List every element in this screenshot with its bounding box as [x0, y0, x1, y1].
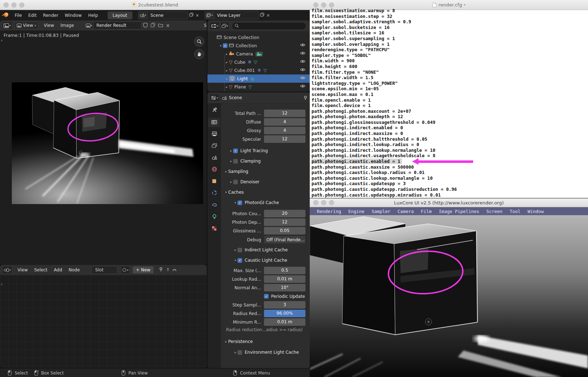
outliner-type-dropdown[interactable]: ▾ [210, 22, 220, 30]
topbar-menu-window[interactable]: Window [62, 12, 85, 19]
properties-tab-object[interactable] [208, 177, 220, 186]
outliner-row-cube[interactable]: ▸▽Cube⚙▽ [207, 58, 310, 66]
properties-tab-constraints[interactable] [208, 189, 220, 198]
mesh-data-icon[interactable]: ▽ [249, 84, 252, 90]
prop-value-step-sampl[interactable]: 3 [264, 301, 305, 309]
prop-toggle-denoiser[interactable]: ▸ Denoiser [221, 178, 310, 186]
node-editor-type-dropdown[interactable]: ▾ [2, 266, 12, 274]
scene-name-field[interactable]: Scene [148, 11, 188, 19]
modifier-wrench-icon[interactable]: ⚙ [258, 68, 261, 73]
traffic-lights[interactable] [313, 200, 334, 205]
image-editor-menu-view[interactable]: View [41, 22, 57, 29]
chevron-down-icon[interactable]: ▾ [464, 3, 465, 6]
scene-selector[interactable]: ▾ Scene × [138, 11, 200, 19]
disclosure-triangle-icon[interactable]: ▸ [233, 248, 237, 252]
outliner-row-cube-001[interactable]: ▸▽Cube.001⚙▽ [207, 66, 310, 74]
close-image-icon[interactable]: × [165, 23, 171, 28]
node-editor-menu-add[interactable]: Add [51, 266, 65, 274]
luxcore-menu-film[interactable]: Film [417, 209, 435, 214]
image-browse-icon[interactable]: ▾ [84, 21, 94, 29]
prop-value-normal-an[interactable]: 10° [264, 284, 305, 291]
checkbox-indirect-light-cache[interactable] [237, 248, 242, 252]
collection-checkbox[interactable]: ✓ [223, 43, 227, 48]
open-folder-icon[interactable] [157, 23, 164, 28]
disclosure-triangle-icon[interactable]: ▸ [225, 77, 229, 81]
eye-icon[interactable] [300, 43, 305, 47]
outliner-row-scene-collection[interactable]: Scene Collection [207, 33, 310, 42]
config-text-content[interactable]: film.noiseestimation.warmup = 8film.nois… [312, 8, 588, 198]
scene-browse-icon[interactable]: ▾ [138, 11, 148, 19]
blender-logo-icon[interactable] [2, 12, 9, 19]
topbar-menu-edit[interactable]: Edit [25, 12, 40, 19]
properties-tab-texture[interactable] [208, 224, 220, 233]
checkbox-light-tracing[interactable]: ✓ [233, 149, 238, 153]
editor-type-dropdown[interactable]: ▾ [2, 21, 12, 29]
workspace-tab-layout[interactable]: Layout [108, 11, 132, 19]
checkbox-clamping[interactable] [233, 159, 238, 164]
prop-toggle-photongi-cache[interactable]: ▾ ✓ PhotonGI Cache [221, 198, 310, 207]
outliner-filter-dropdown[interactable]: ▾ [220, 22, 230, 30]
properties-type-dropdown[interactable]: ▾ [210, 94, 220, 102]
disclosure-triangle-icon[interactable]: ▸ [229, 149, 233, 153]
prop-value-glossiness[interactable]: 0.05 [264, 227, 305, 235]
zoom-window-button[interactable] [329, 3, 334, 8]
disclosure-triangle-icon[interactable]: ▸ [224, 340, 228, 343]
zoom-window-button[interactable] [329, 200, 334, 205]
disclosure-triangle-icon[interactable]: ▸ [229, 180, 233, 184]
visibility-toggle[interactable] [300, 51, 305, 56]
node-editor-menu-node[interactable]: Node [65, 266, 83, 274]
outliner-row-camera[interactable]: ▸Camera [207, 50, 310, 58]
minimize-window-button[interactable] [321, 200, 326, 205]
outliner-row-plane[interactable]: ▸▽Plane▽ [207, 83, 310, 91]
blender-render-image[interactable] [12, 82, 203, 204]
view-layer-browse-icon[interactable]: ▾ [205, 11, 214, 19]
prop-value-photon-cou[interactable]: 20 [264, 210, 305, 217]
pin-icon[interactable] [158, 267, 164, 273]
disclosure-triangle-icon[interactable]: ▾ [219, 44, 223, 48]
luxcore-menu-camera[interactable]: Camera [394, 209, 417, 214]
image-datablock[interactable]: ▾ Render Result [84, 21, 141, 29]
light-data-icon[interactable]: ◎ [250, 76, 254, 81]
properties-tab-view-layer[interactable] [208, 141, 220, 151]
image-name-field[interactable]: Render Result [94, 21, 141, 29]
prop-toggle-indirect-light-cache[interactable]: ▸ Indirect Light Cache [221, 246, 310, 254]
visibility-toggle[interactable] [300, 59, 305, 64]
luxcore-menu-sampler[interactable]: Sampler [368, 209, 394, 214]
outliner-row-collection[interactable]: ▾✓Collection [207, 42, 310, 50]
prop-value-photon-dep[interactable]: 12 [264, 218, 305, 226]
eye-icon[interactable] [300, 84, 305, 88]
node-editor-menu-view[interactable]: View [14, 266, 31, 274]
prop-value-specular[interactable]: 12 [264, 135, 305, 143]
pin-icon[interactable] [303, 96, 308, 100]
close-window-button[interactable] [313, 200, 318, 205]
prop-value-diffuse[interactable]: 4 [264, 118, 305, 126]
luxcore-menu-image-pipelines[interactable]: Image Pipelines [435, 209, 483, 214]
luxcore-menu-tool[interactable]: Tool [506, 209, 524, 214]
disclosure-triangle-icon[interactable]: ▸ [225, 85, 229, 89]
prop-toggle-light-tracing[interactable]: ▸ ✓ Light Tracing [221, 146, 310, 155]
prop-dropdown-debug[interactable]: Off (Final Rende...▾ [264, 236, 305, 244]
traffic-lights[interactable] [4, 3, 24, 8]
luxcore-titlebar[interactable]: LuxCore UI v2.5 (http://www.luxcorerende… [310, 198, 588, 207]
prop-value-max-size[interactable]: 0.5 [264, 267, 305, 274]
properties-tab-physics[interactable] [208, 200, 220, 210]
prop-value-lookup-rad[interactable]: 0.01 m [264, 275, 305, 283]
checkbox-caustic-light-cache[interactable]: ✓ [237, 258, 242, 263]
view-layer-selector[interactable]: ▾ View Layer × [205, 11, 271, 19]
prop-toggle-environment-light-cache[interactable]: ▸ Environment Light Cache [221, 348, 310, 357]
unlink-scene-icon[interactable]: × [195, 13, 200, 18]
prop-panel-caches[interactable]: ▾ Caches [221, 188, 310, 197]
prop-value-glossy[interactable]: 4 [264, 127, 305, 134]
fake-user-shield-icon[interactable] [142, 23, 149, 29]
camera-data-icon[interactable] [255, 52, 263, 57]
texture-browse-icon[interactable]: ▾ [121, 266, 130, 274]
node-editor-menu-select[interactable]: Select [31, 266, 51, 274]
disclosure-triangle-icon[interactable]: ▸ [233, 351, 237, 354]
prop-value-radius-red[interactable]: 96.00% [264, 310, 305, 317]
eye-icon[interactable] [300, 51, 305, 55]
parent-up-icon[interactable]: ↑ [165, 267, 171, 272]
prop-panel-persistence[interactable]: ▸ Persistence [221, 337, 310, 346]
snap-icon[interactable] [171, 267, 178, 273]
luxcore-menu-window[interactable]: Window [524, 209, 547, 214]
prop-value-minimum-r[interactable]: 0.01 m [264, 318, 305, 326]
